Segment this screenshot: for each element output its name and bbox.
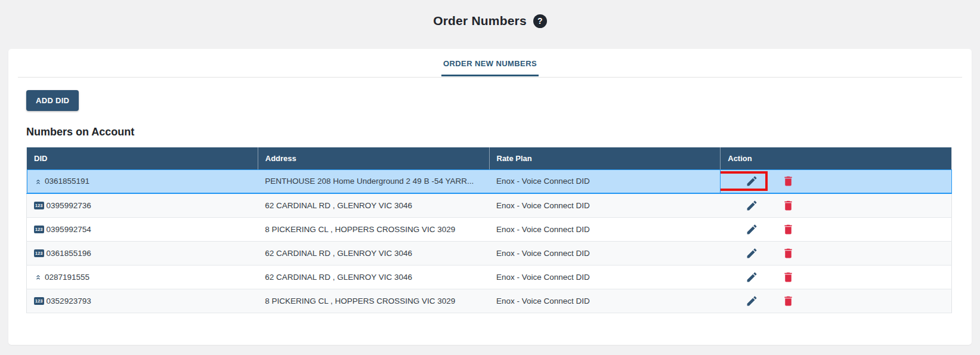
address-cell: PENTHOUSE 208 Home Underground 2 49 B -5… bbox=[258, 169, 489, 193]
double-chevron-up-icon bbox=[34, 273, 42, 281]
pencil-icon bbox=[746, 199, 758, 212]
did-number: 0352923793 bbox=[47, 297, 91, 305]
address-cell: 62 CARDINAL RD , GLENROY VIC 3046 bbox=[258, 193, 489, 217]
table-row[interactable]: 123 0395992736 62 CARDINAL RD , GLENROY … bbox=[27, 193, 952, 217]
trash-icon bbox=[782, 175, 794, 187]
delete-button[interactable] bbox=[782, 247, 794, 260]
table-row[interactable]: 123 0352923793 8 PICKERING CL , HOPPERS … bbox=[27, 289, 952, 313]
column-header-rate-plan: Rate Plan bbox=[489, 147, 721, 169]
number-badge-123-icon: 123 bbox=[34, 202, 44, 209]
column-header-did: DID bbox=[27, 147, 258, 169]
section-heading: Numbers on Account bbox=[26, 126, 952, 138]
numbers-table: DID Address Rate Plan Action bbox=[26, 147, 952, 313]
delete-button[interactable] bbox=[782, 271, 794, 283]
number-badge-123-icon: 123 bbox=[34, 226, 44, 233]
card-content: ADD DID Numbers on Account DID Address R… bbox=[8, 78, 972, 313]
edit-button[interactable] bbox=[746, 223, 758, 236]
rate-plan-cell: Enox - Voice Connect DID bbox=[489, 193, 721, 217]
pencil-icon bbox=[746, 247, 758, 260]
page-header: Order Numbers ? bbox=[0, 0, 980, 49]
rate-plan-cell: Enox - Voice Connect DID bbox=[489, 217, 721, 241]
trash-icon bbox=[782, 247, 794, 260]
did-number: 0287191555 bbox=[45, 273, 89, 282]
edit-button[interactable] bbox=[746, 175, 758, 187]
column-header-action: Action bbox=[721, 147, 952, 169]
did-number: 0395992754 bbox=[47, 225, 91, 234]
edit-button[interactable] bbox=[746, 247, 758, 260]
trash-icon bbox=[782, 223, 794, 236]
rate-plan-cell: Enox - Voice Connect DID bbox=[489, 169, 721, 193]
table-row[interactable]: 123 0395992754 8 PICKERING CL , HOPPERS … bbox=[27, 217, 952, 241]
trash-icon bbox=[782, 295, 794, 307]
rate-plan-cell: Enox - Voice Connect DID bbox=[489, 289, 721, 313]
edit-button[interactable] bbox=[746, 199, 758, 212]
address-cell: 62 CARDINAL RD , GLENROY VIC 3046 bbox=[258, 265, 489, 289]
delete-button[interactable] bbox=[782, 295, 794, 307]
table-row[interactable]: 123 0361855196 62 CARDINAL RD , GLENROY … bbox=[27, 241, 952, 265]
trash-icon bbox=[782, 271, 794, 283]
annotation-highlight-box bbox=[721, 171, 768, 191]
table-header-row: DID Address Rate Plan Action bbox=[27, 147, 952, 169]
table-row[interactable]: 0361855191 PENTHOUSE 208 Home Undergroun… bbox=[27, 169, 952, 193]
double-chevron-up-icon bbox=[34, 177, 42, 186]
pencil-icon bbox=[746, 271, 758, 283]
trash-icon bbox=[782, 199, 794, 212]
delete-button[interactable] bbox=[782, 199, 794, 212]
tab-bar: ORDER NEW NUMBERS bbox=[18, 49, 962, 78]
edit-button[interactable] bbox=[746, 295, 758, 307]
rate-plan-cell: Enox - Voice Connect DID bbox=[489, 265, 721, 289]
did-number: 0361855191 bbox=[45, 177, 89, 186]
delete-button[interactable] bbox=[782, 223, 794, 236]
column-header-address: Address bbox=[258, 147, 489, 169]
delete-button[interactable] bbox=[782, 175, 794, 187]
help-icon[interactable]: ? bbox=[533, 14, 547, 28]
page-title: Order Numbers bbox=[433, 14, 527, 28]
pencil-icon bbox=[746, 223, 758, 236]
table-row[interactable]: 0287191555 62 CARDINAL RD , GLENROY VIC … bbox=[27, 265, 952, 289]
order-numbers-card: ORDER NEW NUMBERS ADD DID Numbers on Acc… bbox=[8, 49, 972, 345]
add-did-button[interactable]: ADD DID bbox=[26, 90, 79, 111]
address-cell: 62 CARDINAL RD , GLENROY VIC 3046 bbox=[258, 241, 489, 265]
did-number: 0395992736 bbox=[47, 201, 91, 210]
number-badge-123-icon: 123 bbox=[34, 249, 44, 257]
pencil-icon bbox=[746, 295, 758, 307]
edit-button[interactable] bbox=[746, 271, 758, 283]
address-cell: 8 PICKERING CL , HOPPERS CROSSING VIC 30… bbox=[258, 217, 489, 241]
tab-order-new-numbers[interactable]: ORDER NEW NUMBERS bbox=[441, 49, 539, 76]
did-number: 0361855196 bbox=[47, 249, 91, 258]
number-badge-123-icon: 123 bbox=[34, 297, 44, 305]
pencil-icon bbox=[746, 175, 758, 187]
address-cell: 8 PICKERING CL , HOPPERS CROSSING VIC 30… bbox=[258, 289, 489, 313]
rate-plan-cell: Enox - Voice Connect DID bbox=[489, 241, 721, 265]
